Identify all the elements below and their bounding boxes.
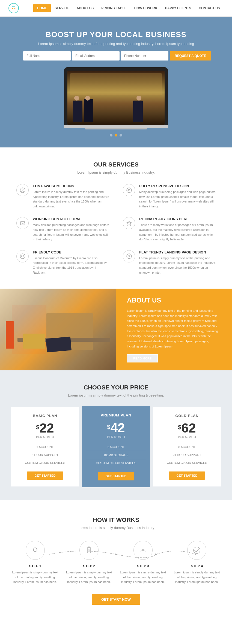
navbar: HOME SERVICE ABOUT US PRICING TABLE HOW …	[0, 0, 232, 17]
services-grid: FONT-AWESOME ICONS Lorem ipsum is simply…	[16, 184, 216, 275]
dot-3[interactable]	[120, 134, 122, 137]
service-desc-1: Lorem ipsum is simply dummy text of the …	[33, 190, 109, 209]
hero-subtitle: Lorem Ipsum is simply dummy text of the …	[8, 42, 224, 46]
service-item-5: FRIENDLY CODE Finibus Bonorum et Malorum…	[16, 250, 109, 275]
premium-feature-3: CUSTOM CLOUD SERVICES	[86, 459, 146, 467]
service-title-4: RETINA READY ICONS HERE	[139, 217, 216, 221]
hero-form: REQUEST A QUOTE	[23, 51, 209, 61]
landing-page-icon: $	[123, 250, 135, 262]
service-item-2: FULLY RESPONSIVE DESIGN Many desktop pub…	[123, 184, 216, 209]
service-title-2: FULLY RESPONSIVE DESIGN	[139, 184, 216, 188]
basic-plan-price: $22	[15, 421, 75, 436]
service-desc-5: Finibus Bonorum et Malorum" by Cicero ar…	[33, 256, 109, 275]
font-awesome-icon	[16, 184, 29, 196]
service-content-6: FLAT TRENDY LANDING PAGE DESIGN Lorem ip…	[139, 250, 216, 275]
services-subtitle: Lorem Ipsum is simply dummy Business ind…	[16, 170, 216, 174]
gold-feature-2: 24 HOUR SUPPORT	[157, 451, 217, 459]
service-item-6: $ FLAT TRENDY LANDING PAGE DESIGN Lorem …	[123, 250, 216, 275]
get-start-now-button[interactable]: GET START NOW	[92, 594, 140, 605]
svg-point-4	[128, 189, 130, 191]
service-title-3: WORKING CONTACT FORM	[33, 217, 109, 221]
service-content-2: FULLY RESPONSIVE DESIGN Many desktop pub…	[139, 184, 216, 209]
premium-plan-price: $42	[86, 420, 146, 435]
service-content-3: WORKING CONTACT FORM Many desktop publis…	[33, 217, 109, 242]
gold-plan-price: $62	[157, 421, 217, 436]
service-item-3: WORKING CONTACT FORM Many desktop publis…	[16, 217, 109, 242]
gold-feature-1: 8 ACCOUNT	[157, 443, 217, 451]
premium-plan-card: PREMIUM PLAN $42 PER MONTH 2 ACCOUNT 100…	[82, 406, 150, 487]
about-section: ABOUT US Lorem ipsum is simply dummy tex…	[0, 289, 232, 370]
how-subtitle: Lorem Ipsum is simply dummy Business ind…	[11, 526, 221, 530]
about-image	[0, 289, 116, 370]
nav-about[interactable]: ABOUT US	[73, 4, 98, 12]
pricing-cards: BASIC PLAN $22 PER MONTH 1 ACCOUNT 8 HOU…	[11, 407, 221, 486]
svg-rect-9	[20, 222, 25, 225]
gold-feature-3: CUSTOM CLOUD SERVICES	[157, 459, 217, 467]
step-4-label: STEP 4	[173, 564, 221, 568]
basic-plan-period: PER MONTH	[15, 436, 75, 439]
nav-service[interactable]: SERVICE	[51, 4, 73, 12]
dot-2[interactable]	[115, 134, 117, 137]
steps-btn-wrap: GET START NOW	[11, 594, 221, 605]
nav-happyclients[interactable]: HAPPY CLIENTS	[161, 4, 195, 12]
name-input[interactable]	[23, 51, 71, 61]
request-quote-button[interactable]: REQUEST A QUOTE	[170, 51, 211, 61]
about-desc: Lorem ipsum is simply dummy text of the …	[127, 308, 221, 349]
step-1-desc: Lorem ipsum is simply dummy text of the …	[11, 570, 60, 585]
gold-plan-period: PER MONTH	[157, 436, 217, 439]
logo[interactable]	[8, 3, 19, 14]
svg-point-2	[22, 189, 23, 190]
how-section: HOW IT WORKS Lorem Ipsum is simply dummy…	[0, 500, 232, 621]
services-title: OUR SERVICES	[16, 161, 216, 168]
nav-home[interactable]: HOME	[33, 4, 51, 12]
how-title: HOW IT WORKS	[11, 516, 221, 524]
svg-point-0	[9, 3, 19, 13]
svg-marker-16	[195, 554, 196, 555]
laptop-mockup	[64, 67, 168, 128]
hero-laptop	[8, 67, 224, 128]
email-input[interactable]	[72, 51, 120, 61]
service-title-6: FLAT TRENDY LANDING PAGE DESIGN	[139, 250, 216, 254]
service-content-4: RETINA READY ICONS HERE There are many v…	[139, 217, 216, 242]
service-desc-3: Many desktop publishing packages and web…	[33, 223, 109, 242]
nav-pricing[interactable]: PRICING TABLE	[97, 4, 130, 12]
retina-icon	[123, 217, 135, 229]
read-more-button[interactable]: READ MORE	[127, 354, 158, 362]
service-desc-6: Lorem ipsum is simply dummy text of the …	[139, 256, 216, 275]
hero-section: BOOST UP YOUR LOCAL BUSINESS Lorem Ipsum…	[0, 17, 232, 147]
hero-title: BOOST UP YOUR LOCAL BUSINESS	[8, 30, 224, 39]
premium-plan-name: PREMIUM PLAN	[86, 413, 146, 417]
service-title-1: FONT-AWESOME ICONS	[33, 184, 109, 188]
svg-text:$: $	[128, 255, 130, 258]
service-desc-2: Many desktop publishing packages and web…	[139, 190, 216, 209]
responsive-icon	[123, 184, 135, 196]
phone-input[interactable]	[121, 51, 168, 61]
gold-get-started-button[interactable]: GET STARTED	[169, 471, 205, 480]
dot-1[interactable]	[110, 134, 112, 137]
basic-feature-3: CUSTOM CLOUD SERVICES	[15, 459, 75, 467]
nav-links: HOME SERVICE ABOUT US PRICING TABLE HOW …	[33, 4, 224, 12]
about-image-fill	[0, 289, 116, 370]
svg-point-1	[20, 188, 25, 193]
pricing-title: CHOOSE YOUR PRICE	[11, 384, 221, 391]
services-section: OUR SERVICES Lorem Ipsum is simply dummy…	[0, 147, 232, 289]
step-2-desc: Lorem ipsum is simply dummy text of the …	[65, 570, 114, 585]
service-item-4: RETINA READY ICONS HERE There are many v…	[123, 217, 216, 242]
nav-howitwork[interactable]: HOW IT WORK	[130, 4, 161, 12]
step-2-label: STEP 2	[65, 564, 114, 568]
nav-contact[interactable]: CONTACT US	[195, 4, 224, 12]
step-3-label: STEP 3	[119, 564, 167, 568]
basic-feature-2: 8 HOUR SUPPORT	[15, 451, 75, 459]
contact-form-icon	[16, 217, 29, 229]
about-title: ABOUT US	[127, 297, 221, 304]
premium-feature-2: 100MB STORAGE	[86, 451, 146, 459]
premium-get-started-button[interactable]: GET STARTED	[98, 472, 134, 480]
carousel-dots	[8, 131, 224, 142]
basic-get-started-button[interactable]: GET STARTED	[27, 471, 63, 480]
premium-plan-period: PER MONTH	[86, 435, 146, 439]
pricing-section: CHOOSE YOUR PRICE Lorem ipsum is simply …	[0, 370, 232, 500]
gold-plan-name: GOLD PLAN	[157, 414, 217, 418]
basic-plan-name: BASIC PLAN	[15, 414, 75, 418]
step-4-desc: Lorem ipsum is simply dummy text of the …	[173, 570, 221, 585]
step-1-label: STEP 1	[11, 564, 60, 568]
